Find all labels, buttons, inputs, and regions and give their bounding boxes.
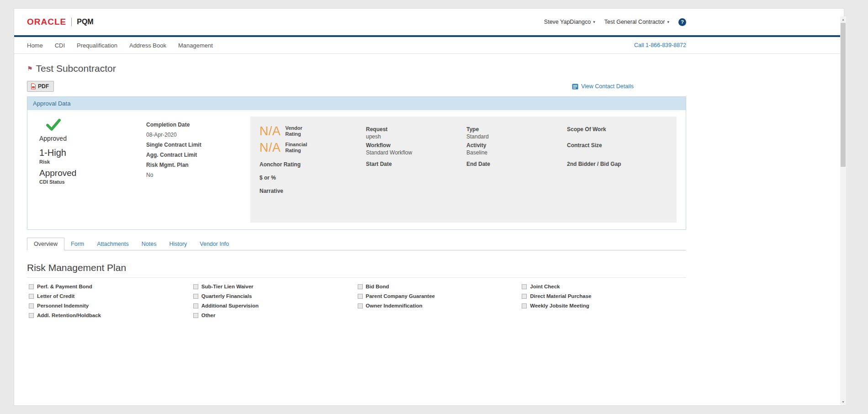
checkbox-item-bid-bond[interactable]: Bid Bond — [358, 284, 522, 289]
checkbox-item-joint-check[interactable]: Joint Check — [522, 284, 686, 289]
checkbox-label: Parent Company Guarantee — [366, 293, 435, 299]
vertical-scrollbar[interactable]: ▲ ▼ — [840, 16, 846, 405]
view-contact-details-link[interactable]: View Contact Details — [572, 83, 634, 90]
addl-retention-holdback-checkbox[interactable] — [29, 313, 34, 318]
personnel-indemnity-checkbox[interactable] — [29, 303, 34, 308]
other-checkbox[interactable] — [193, 313, 198, 318]
tab-overview[interactable]: Overview — [27, 238, 64, 250]
bid-gap-label: 2nd Bidder / Bid Gap — [567, 160, 621, 168]
checkbox-item-owner-indemnification[interactable]: Owner Indemnification — [358, 303, 522, 308]
checkbox-item-sub-tier-lien-waiver[interactable]: Sub-Tier Lien Waiver — [193, 284, 358, 289]
help-icon[interactable]: ? — [678, 18, 686, 26]
financial-rating-row: N/A Financial Rating — [259, 140, 309, 155]
scrollbar-thumb[interactable] — [841, 23, 846, 167]
oracle-logo: ORACLE — [27, 17, 66, 27]
pdf-button[interactable]: PDF — [27, 81, 54, 92]
request-label: Request — [366, 126, 412, 133]
tab-vendor-info[interactable]: Vendor Info — [193, 238, 235, 250]
details-column-3: Scope Of Work Contract Size 2nd Bidder /… — [567, 126, 621, 176]
approved-check-icon — [46, 118, 61, 131]
additional-supervision-checkbox[interactable] — [193, 303, 198, 308]
financial-rating-label: Financial Rating — [286, 142, 309, 154]
toolbar: PDF View Contact Details — [27, 81, 686, 92]
checkbox-label: Additional Supervision — [201, 303, 259, 308]
approval-status-value: Approved — [39, 135, 76, 142]
user-menu-label: Steve YapDiangco — [544, 19, 591, 25]
checkbox-item-personnel-indemnity[interactable]: Personnel Indemnity — [29, 303, 193, 308]
checkbox-item-weekly-jobsite-meeting[interactable]: Weekly Jobsite Meeting — [522, 303, 686, 308]
main-nav: Home CDI Prequalification Address Book M… — [14, 37, 844, 54]
checkbox-item-other[interactable]: Other — [193, 313, 358, 318]
risk-plan-title: Risk Management Plan — [27, 262, 686, 278]
tab-form[interactable]: Form — [64, 238, 90, 250]
sub-tier-lien-waiver-checkbox[interactable] — [193, 284, 198, 289]
checkbox-item-letter-of-credit[interactable]: Letter of Credit — [29, 293, 193, 299]
scope-of-work-label: Scope Of Work — [567, 126, 621, 133]
app-header-inner: ORACLE PQM Steve YapDiangco ▾ Test Gener… — [27, 17, 686, 27]
nav-item-address-book[interactable]: Address Book — [129, 42, 166, 49]
quarterly-financials-checkbox[interactable] — [193, 294, 198, 299]
nav-item-management[interactable]: Management — [178, 42, 213, 49]
end-date-label: End Date — [466, 160, 490, 168]
account-menu[interactable]: Test General Contractor ▾ — [604, 19, 669, 25]
joint-check-checkbox[interactable] — [522, 284, 527, 289]
contract-size-label: Contract Size — [567, 142, 621, 149]
completion-date-value: 08-Apr-2020 — [146, 131, 201, 138]
checkbox-label: Letter of Credit — [37, 293, 74, 299]
nav-item-prequalification[interactable]: Prequalification — [77, 42, 117, 49]
approval-panel-header: Approval Data — [27, 97, 686, 110]
narrative-label: Narrative — [259, 187, 309, 195]
page-title: Test Subcontractor — [36, 63, 116, 74]
checkbox-label: Other — [201, 313, 216, 318]
type-label: Type — [466, 126, 490, 133]
caret-down-icon: ▾ — [667, 20, 669, 24]
contact-card-icon — [572, 84, 578, 90]
app-header: ORACLE PQM Steve YapDiangco ▾ Test Gener… — [14, 9, 844, 35]
weekly-jobsite-meeting-checkbox[interactable] — [522, 303, 527, 308]
scroll-down-button[interactable]: ▼ — [840, 399, 846, 405]
header-right: Steve YapDiangco ▾ Test General Contract… — [544, 18, 686, 26]
checkbox-item-quarterly-financials[interactable]: Quarterly Financials — [193, 293, 358, 299]
phone-link[interactable]: Call 1-866-839-8872 — [634, 42, 686, 48]
checkbox-label: Quarterly Financials — [201, 293, 252, 299]
title-row: ⚑ Test Subcontractor — [27, 63, 686, 74]
nav-item-home[interactable]: Home — [27, 42, 43, 49]
tab-notes[interactable]: Notes — [135, 238, 163, 250]
scroll-up-button[interactable]: ▲ — [840, 16, 846, 22]
detail-tabs: Overview Form Attachments Notes History … — [27, 237, 686, 250]
checkbox-label: Personnel Indemnity — [37, 303, 89, 308]
checkbox-label: Direct Material Purchase — [530, 293, 591, 299]
letter-of-credit-checkbox[interactable] — [29, 294, 34, 299]
bid-bond-checkbox[interactable] — [358, 284, 363, 289]
checkbox-column-4: Joint Check Direct Material Purchase Wee… — [522, 284, 686, 322]
parent-company-guarantee-checkbox[interactable] — [358, 294, 363, 299]
checkbox-column-1: Perf. & Payment Bond Letter of Credit Pe… — [29, 284, 193, 322]
user-menu[interactable]: Steve YapDiangco ▾ — [544, 19, 595, 25]
checkbox-column-3: Bid Bond Parent Company Guarantee Owner … — [358, 284, 522, 322]
risk-mgmt-plan-value: No — [146, 171, 201, 179]
checkbox-item-addl-retention-holdback[interactable]: Addl. Retention/Holdback — [29, 313, 193, 318]
direct-material-purchase-checkbox[interactable] — [522, 294, 527, 299]
start-date-label: Start Date — [366, 160, 412, 168]
activity-value: Baseline — [466, 149, 490, 156]
checkbox-item-additional-supervision[interactable]: Additional Supervision — [193, 303, 358, 308]
perf-payment-bond-checkbox[interactable] — [29, 284, 34, 289]
owner-indemnification-checkbox[interactable] — [358, 303, 363, 308]
ratings-column: N/A Vendor Rating N/A Financial Rating A… — [259, 124, 309, 195]
view-contact-label: View Contact Details — [581, 83, 634, 90]
tab-history[interactable]: History — [163, 238, 193, 250]
checkbox-item-direct-material-purchase[interactable]: Direct Material Purchase — [522, 293, 686, 299]
cdi-status-label: CDI Status — [39, 179, 76, 185]
approval-status-column: Approved 1-High Risk Approved CDI Status — [39, 118, 76, 185]
approval-data-panel: Approval Data Approved 1-High Risk Appro… — [27, 96, 686, 230]
pdf-button-label: PDF — [38, 83, 49, 90]
risk-mgmt-plan-label: Risk Mgmt. Plan — [146, 161, 201, 169]
risk-value: 1-High — [39, 148, 76, 158]
type-value: Standard — [466, 133, 490, 140]
tab-attachments[interactable]: Attachments — [90, 238, 135, 250]
financial-rating-value: N/A — [259, 141, 281, 155]
nav-item-cdi[interactable]: CDI — [55, 42, 65, 49]
checkbox-item-perf-payment-bond[interactable]: Perf. & Payment Bond — [29, 284, 193, 289]
activity-label: Activity — [466, 142, 490, 149]
checkbox-item-parent-company-guarantee[interactable]: Parent Company Guarantee — [358, 293, 522, 299]
